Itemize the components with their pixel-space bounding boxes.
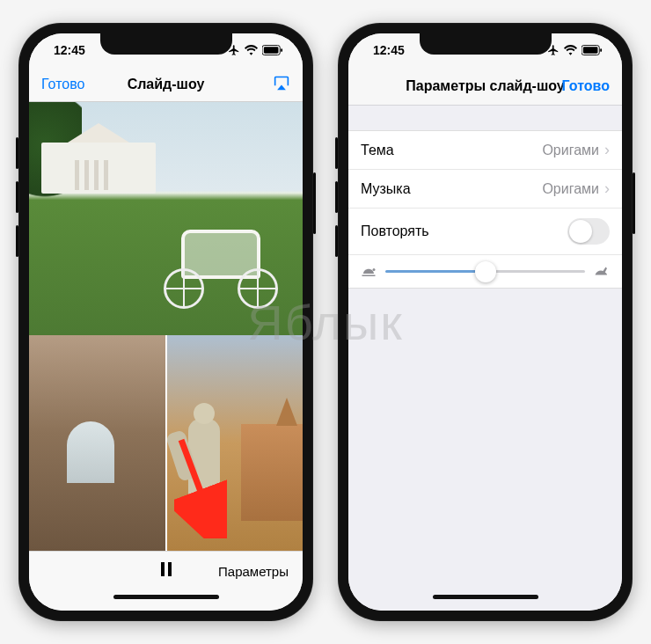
- status-icons: [547, 44, 603, 56]
- speed-slider[interactable]: [385, 270, 585, 273]
- theme-row[interactable]: Тема Оригами ›: [348, 131, 622, 170]
- turtle-icon: [361, 264, 377, 279]
- page-title: Параметры слайд-шоу: [406, 78, 564, 94]
- settings-group: Тема Оригами › Музыка Оригами › Повторят…: [348, 130, 622, 289]
- status-icons: [228, 44, 283, 56]
- slideshow-photo-bottom-left: [29, 335, 165, 551]
- slideshow-photo-top: [29, 102, 303, 335]
- svg-rect-2: [281, 48, 282, 52]
- done-button[interactable]: Готово: [41, 77, 103, 92]
- home-indicator[interactable]: [348, 591, 622, 611]
- wifi-icon: [564, 45, 577, 55]
- slideshow-toolbar: Параметры: [29, 551, 303, 591]
- options-button[interactable]: Параметры: [218, 564, 289, 579]
- status-time: 12:45: [373, 43, 405, 57]
- repeat-switch[interactable]: [567, 218, 610, 245]
- svg-rect-4: [168, 562, 172, 576]
- phone-mockup-right: 12:45 Параметры слайд-шоу Готово Тема Ор…: [338, 23, 633, 621]
- music-label: Музыка: [361, 181, 542, 197]
- airplay-button[interactable]: [229, 75, 290, 94]
- notch: [420, 33, 552, 55]
- speed-slider-row: [348, 255, 622, 288]
- notch: [100, 33, 232, 55]
- svg-rect-3: [161, 562, 165, 576]
- settings-body: Тема Оригами › Музыка Оригами › Повторят…: [348, 106, 622, 591]
- status-time: 12:45: [54, 43, 85, 57]
- slider-thumb[interactable]: [475, 261, 496, 282]
- chevron-right-icon: ›: [604, 179, 610, 198]
- theme-value: Оригами: [542, 143, 599, 158]
- slideshow-photo-bottom-right: [167, 335, 304, 551]
- slideshow-area[interactable]: [29, 102, 303, 551]
- music-row[interactable]: Музыка Оригами ›: [348, 170, 622, 209]
- battery-icon: [262, 45, 283, 55]
- pause-icon: [161, 562, 172, 576]
- home-indicator[interactable]: [29, 591, 303, 611]
- svg-rect-7: [583, 47, 598, 53]
- rabbit-icon: [594, 264, 610, 279]
- done-button[interactable]: Готово: [562, 78, 610, 94]
- chevron-right-icon: ›: [604, 141, 610, 159]
- theme-label: Тема: [361, 143, 542, 158]
- repeat-label: Повторять: [361, 223, 567, 239]
- wifi-icon: [245, 45, 258, 55]
- pause-button[interactable]: [161, 562, 172, 581]
- battery-icon: [582, 45, 603, 55]
- page-title: Слайд-шоу: [103, 77, 229, 92]
- airplay-icon: [273, 75, 290, 91]
- repeat-row: Повторять: [348, 209, 622, 255]
- svg-point-9: [373, 268, 376, 271]
- phone-mockup-left: 12:45 Готово Слайд-шоу: [18, 23, 313, 621]
- svg-rect-8: [600, 48, 602, 52]
- svg-rect-1: [264, 47, 279, 53]
- nav-bar: Готово Слайд-шоу: [29, 67, 303, 102]
- nav-bar: Параметры слайд-шоу Готово: [348, 67, 622, 106]
- music-value: Оригами: [542, 181, 599, 197]
